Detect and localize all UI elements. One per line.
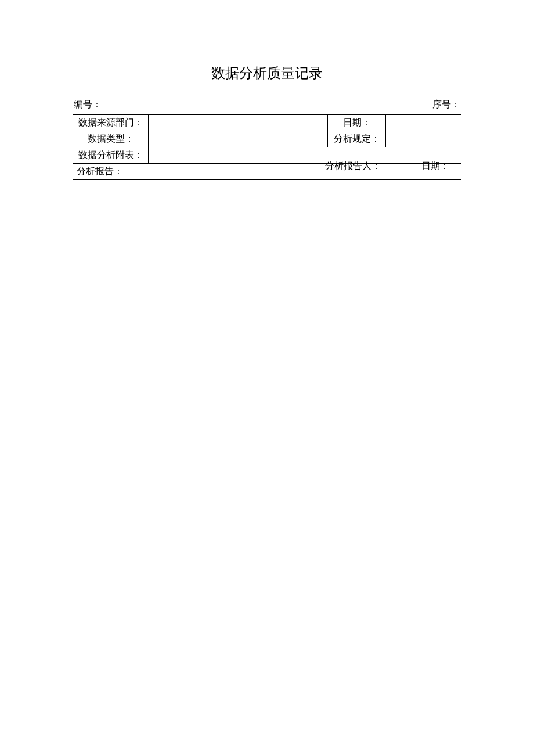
table-row: 数据类型： 分析规定： — [73, 131, 461, 147]
analysis-rule-value — [386, 131, 461, 147]
table-row: 分析报告： 分析报告人： 日期： — [73, 164, 461, 180]
serial-label: 序号： — [432, 99, 460, 111]
number-label: 编号： — [74, 99, 102, 111]
analysis-rule-label: 分析规定： — [328, 131, 386, 147]
report-footer: 分析报告人： 日期： — [325, 160, 449, 172]
meta-row: 编号： 序号： — [73, 99, 461, 111]
table-row: 数据来源部门： 日期： — [73, 115, 461, 131]
date-label: 日期： — [328, 115, 386, 131]
data-type-value — [149, 131, 328, 147]
page-title: 数据分析质量记录 — [73, 64, 461, 82]
document-page: 数据分析质量记录 编号： 序号： 数据来源部门： 日期： 数据类型： 分析规定：… — [0, 0, 534, 180]
reporter-label: 分析报告人： — [325, 160, 381, 172]
report-date-label: 日期： — [421, 160, 449, 172]
source-dept-label: 数据来源部门： — [73, 115, 149, 131]
source-dept-value — [149, 115, 328, 131]
form-table: 数据来源部门： 日期： 数据类型： 分析规定： 数据分析附表： 分析报告： 分析… — [73, 114, 461, 180]
data-type-label: 数据类型： — [73, 131, 149, 147]
attachment-label: 数据分析附表： — [73, 147, 149, 164]
report-cell: 分析报告： 分析报告人： 日期： — [73, 164, 461, 180]
date-value — [386, 115, 461, 131]
